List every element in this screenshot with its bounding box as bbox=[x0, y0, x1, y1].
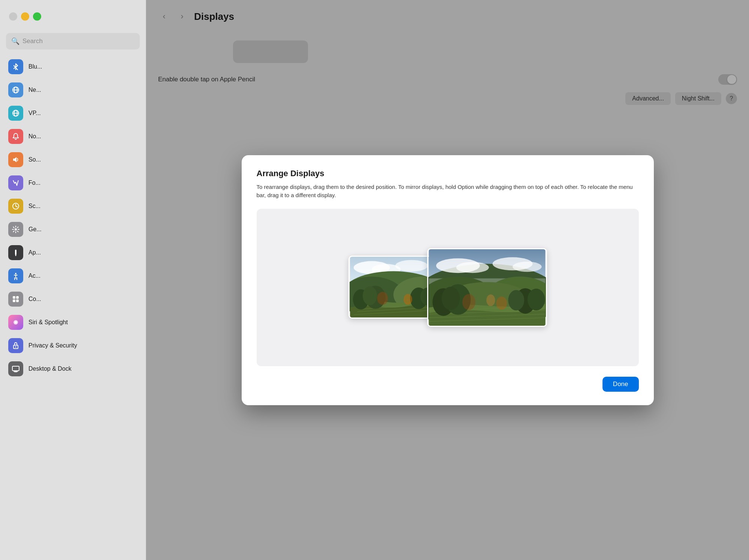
svg-marker-10 bbox=[15, 255, 16, 256]
done-button[interactable]: Done bbox=[602, 377, 639, 392]
close-button[interactable] bbox=[9, 12, 17, 21]
bluetooth-icon bbox=[8, 59, 23, 74]
display-thumbnails bbox=[348, 248, 547, 327]
svg-rect-19 bbox=[12, 366, 19, 371]
sidebar-label-applepencil: Ap... bbox=[28, 249, 41, 256]
sidebar-item-screentime[interactable]: Sc... bbox=[3, 195, 143, 217]
sidebar-label-sound: So... bbox=[28, 156, 41, 163]
modal-overlay: Arrange Displays To rearrange displays, … bbox=[146, 0, 749, 560]
search-placeholder: Search bbox=[22, 37, 43, 45]
sidebar-item-desktop[interactable]: Desktop & Dock bbox=[3, 358, 143, 380]
sidebar-item-general[interactable]: Ge... bbox=[3, 218, 143, 241]
sidebar-label-accessibility: Ac... bbox=[28, 273, 40, 279]
display-preview-area[interactable] bbox=[257, 209, 639, 366]
main-window: 🔍 Search Blu... Ne... VP... bbox=[0, 0, 749, 560]
sidebar-item-sound[interactable]: So... bbox=[3, 148, 143, 171]
svg-point-59 bbox=[462, 294, 475, 310]
secondary-display-thumb[interactable] bbox=[348, 256, 438, 319]
sound-icon bbox=[8, 152, 23, 167]
vpn-icon bbox=[8, 106, 23, 121]
svg-point-60 bbox=[496, 296, 507, 310]
sidebar-label-desktop: Desktop & Dock bbox=[28, 365, 72, 372]
svg-point-57 bbox=[527, 288, 545, 310]
maximize-button[interactable] bbox=[33, 12, 41, 21]
general-icon bbox=[8, 222, 23, 237]
sidebar-item-accessibility[interactable]: Ac... bbox=[3, 265, 143, 287]
primary-display-thumb[interactable] bbox=[427, 248, 547, 327]
controlcenter-icon bbox=[8, 292, 23, 307]
svg-rect-12 bbox=[13, 296, 15, 299]
sidebar-label-general: Ge... bbox=[28, 226, 42, 233]
sidebar-label-privacy: Privacy & Security bbox=[28, 342, 77, 349]
search-icon: 🔍 bbox=[11, 37, 19, 45]
svg-rect-9 bbox=[15, 250, 16, 255]
main-content: ‹ › Displays Enable double tap on Apple … bbox=[146, 0, 749, 560]
sidebar-label-bluetooth: Blu... bbox=[28, 63, 42, 70]
svg-point-58 bbox=[508, 290, 524, 310]
sidebar-label-vpn: VP... bbox=[28, 110, 41, 117]
svg-rect-13 bbox=[16, 296, 19, 299]
svg-point-8 bbox=[15, 228, 17, 231]
screentime-icon bbox=[8, 199, 23, 214]
svg-point-25 bbox=[395, 260, 428, 271]
privacy-icon bbox=[8, 338, 23, 353]
notifications-icon bbox=[8, 129, 23, 144]
sidebar-item-vpn[interactable]: VP... bbox=[3, 102, 143, 124]
svg-point-55 bbox=[441, 287, 460, 310]
svg-rect-14 bbox=[13, 299, 15, 302]
sidebar-label-screentime: Sc... bbox=[28, 203, 40, 210]
search-bar[interactable]: 🔍 Search bbox=[6, 33, 140, 49]
sidebar-label-siri: Siri & Spotlight bbox=[28, 319, 68, 326]
sidebar-label-controlcenter: Co... bbox=[28, 296, 41, 302]
accessibility-icon bbox=[8, 268, 23, 283]
sidebar-item-controlcenter[interactable]: Co... bbox=[3, 288, 143, 310]
sidebar-item-privacy[interactable]: Privacy & Security bbox=[3, 334, 143, 357]
svg-point-17 bbox=[15, 321, 17, 323]
titlebar bbox=[0, 0, 146, 33]
minimize-button[interactable] bbox=[21, 12, 29, 21]
traffic-lights bbox=[9, 12, 41, 21]
sidebar-item-siri[interactable]: Siri & Spotlight bbox=[3, 311, 143, 334]
svg-marker-6 bbox=[13, 157, 16, 162]
svg-point-42 bbox=[456, 262, 489, 273]
svg-point-18 bbox=[15, 346, 16, 347]
sidebar-item-focus[interactable]: Fo... bbox=[3, 172, 143, 194]
sidebar-item-network[interactable]: Ne... bbox=[3, 79, 143, 101]
sidebar-item-applepencil[interactable]: Ap... bbox=[3, 241, 143, 264]
modal-footer: Done bbox=[257, 377, 639, 392]
sidebar-label-focus: Fo... bbox=[28, 180, 40, 186]
svg-point-38 bbox=[404, 294, 412, 305]
modal-title: Arrange Displays bbox=[257, 169, 639, 178]
svg-point-34 bbox=[363, 286, 377, 305]
svg-point-11 bbox=[15, 273, 16, 274]
sidebar-item-notifications[interactable]: No... bbox=[3, 125, 143, 148]
focus-icon bbox=[8, 175, 23, 190]
sidebar-label-network: Ne... bbox=[28, 87, 41, 93]
svg-point-37 bbox=[377, 292, 388, 305]
svg-rect-15 bbox=[16, 299, 19, 302]
modal-description: To rearrange displays, drag them to the … bbox=[257, 183, 639, 200]
sidebar: 🔍 Search Blu... Ne... VP... bbox=[0, 0, 146, 560]
sidebar-item-bluetooth[interactable]: Blu... bbox=[3, 55, 143, 78]
siri-icon bbox=[8, 315, 23, 330]
sidebar-items-list: Blu... Ne... VP... No... bbox=[0, 55, 146, 560]
applepencil-icon bbox=[8, 245, 23, 260]
network-icon bbox=[8, 82, 23, 97]
desktop-icon bbox=[8, 361, 23, 376]
arrange-displays-modal: Arrange Displays To rearrange displays, … bbox=[242, 155, 654, 405]
sidebar-label-notifications: No... bbox=[28, 133, 41, 140]
svg-point-44 bbox=[513, 262, 542, 272]
svg-point-61 bbox=[486, 294, 495, 306]
